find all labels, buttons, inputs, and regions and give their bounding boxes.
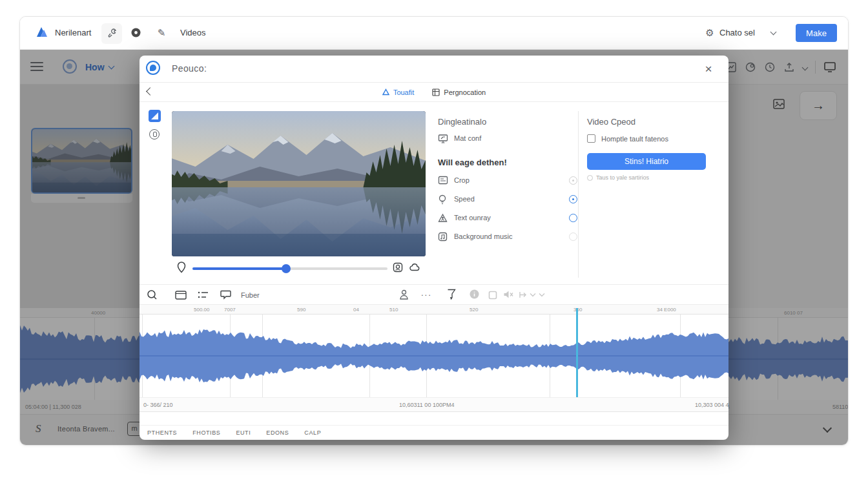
- status-text: 10,303 004 4: [695, 402, 728, 408]
- presentation-icon: [438, 134, 448, 144]
- option-crop[interactable]: Crop: [438, 176, 577, 187]
- wrench-icon[interactable]: [107, 27, 118, 39]
- tab-calp[interactable]: CALP: [304, 429, 321, 436]
- filter-label[interactable]: Fuber: [241, 291, 260, 299]
- crop-icon: [438, 176, 448, 185]
- note-icon: [587, 175, 593, 181]
- checkbox-label: Homptle tault fatenos: [601, 135, 668, 143]
- info-icon[interactable]: [470, 289, 479, 299]
- speed-panel-title: Video Cpeod: [587, 117, 636, 127]
- bulb-icon: [438, 194, 447, 205]
- nav-videos[interactable]: Videos: [180, 28, 206, 37]
- option-speed[interactable]: Speed: [438, 194, 577, 206]
- cloud-icon[interactable]: [409, 263, 420, 271]
- window-icon[interactable]: [175, 291, 187, 300]
- playhead[interactable]: [576, 308, 578, 397]
- option-state-toggle[interactable]: [569, 214, 577, 222]
- modal-header: Peouco: ×: [140, 56, 728, 83]
- status-text: 10,60311 00 100PM4: [399, 402, 454, 408]
- ruler-tick: 590: [297, 307, 305, 313]
- screen: Nerilenart ✎ Videos ⚙ Chato sel Make How: [0, 0, 868, 496]
- comment-icon[interactable]: [220, 290, 231, 300]
- option-state-toggle[interactable]: [569, 176, 577, 185]
- ruler-tick: 500.00: [194, 307, 209, 313]
- tab-edons[interactable]: EDONS: [266, 429, 289, 436]
- checkbox[interactable]: [587, 134, 595, 143]
- record-icon[interactable]: [131, 28, 143, 39]
- search-icon[interactable]: [147, 289, 158, 300]
- display-option[interactable]: Mat conf: [438, 134, 577, 145]
- ruler-tick: 7007: [224, 307, 236, 313]
- waveform-track[interactable]: [140, 315, 728, 397]
- account-chevron-icon[interactable]: [770, 29, 777, 36]
- speed-checkbox-row[interactable]: Homptle tault fatenos: [587, 134, 668, 143]
- triangle-icon: [382, 88, 389, 96]
- funnel-icon[interactable]: [447, 289, 456, 300]
- seek-slider[interactable]: [192, 267, 388, 270]
- close-icon[interactable]: ×: [700, 61, 717, 78]
- mute-speaker-icon[interactable]: [503, 290, 513, 299]
- section-title: Dingleatinalo: [438, 117, 486, 127]
- media-tool-icon[interactable]: [149, 110, 161, 122]
- ruler-tick: 520: [470, 307, 478, 313]
- modal-title-icon: [146, 61, 160, 75]
- video-preview[interactable]: [172, 111, 426, 256]
- modal-title: Peouco:: [172, 63, 207, 74]
- ruler-tick: 34 E000: [657, 307, 676, 313]
- slider-knob[interactable]: [282, 264, 291, 273]
- tab-touafit[interactable]: Touafit: [382, 88, 414, 96]
- more-options-icon[interactable]: ...: [421, 288, 432, 298]
- music-icon: [438, 232, 448, 242]
- option-state-toggle[interactable]: [569, 195, 577, 203]
- status-text: 0- 366/ 210: [143, 402, 173, 408]
- face-crop-icon[interactable]: [393, 262, 403, 273]
- gear-icon[interactable]: ⚙: [704, 27, 716, 39]
- modal-subheader: Touafit Pergnocation: [140, 83, 728, 102]
- account-label[interactable]: Chato sel: [719, 28, 755, 37]
- panel-divider: [578, 111, 579, 278]
- brand-name: Nerilenart: [55, 28, 91, 37]
- history-tool-icon[interactable]: [149, 129, 160, 140]
- pencil-icon[interactable]: ✎: [156, 27, 167, 39]
- skip-arrows-icon[interactable]: [519, 291, 545, 298]
- brand-logo-icon: [34, 25, 50, 40]
- tab-euti[interactable]: EUTI: [236, 429, 251, 436]
- option-text-overlay[interactable]: Text ounray: [438, 213, 577, 225]
- timeline-status-row: 0- 366/ 21010,60311 00 100PM410,303 004 …: [140, 397, 728, 412]
- list-icon[interactable]: [198, 291, 209, 299]
- make-button[interactable]: Make: [796, 24, 837, 42]
- slider-fill: [192, 267, 286, 270]
- tab-pthents[interactable]: PTHENTS: [147, 429, 177, 436]
- text-overlay-icon: [438, 213, 448, 223]
- timeline-ruler[interactable]: 500.0070075900451052030034 E000: [140, 305, 728, 315]
- asset-tabs: PTHENTS FHOTIBS EUTI EDONS CALP: [140, 425, 728, 440]
- option-state-toggle[interactable]: [569, 232, 577, 241]
- ruler-tick: 510: [389, 307, 398, 313]
- filter-toolbar: Fuber ...: [140, 284, 728, 305]
- grid-icon: [432, 88, 440, 96]
- option-background-music[interactable]: Background music: [438, 232, 577, 243]
- speed-note: Taus to yale sartirios: [587, 174, 649, 181]
- ruler-tick: 04: [353, 307, 359, 313]
- mountain-lake-scene: [172, 111, 426, 256]
- preview-controls: [172, 260, 426, 277]
- avatar-icon[interactable]: [399, 289, 409, 300]
- tab-fhotibs[interactable]: FHOTIBS: [192, 429, 220, 436]
- apply-speed-button[interactable]: Stins! Hiatrio: [587, 153, 706, 170]
- pin-icon[interactable]: [177, 262, 186, 273]
- top-bar: Nerilenart ✎ Videos ⚙ Chato sel Make: [20, 17, 848, 50]
- tab-pergnocation[interactable]: Pergnocation: [432, 88, 486, 96]
- frame-icon[interactable]: [488, 291, 497, 300]
- section-title: Will eage dethen!: [438, 158, 507, 167]
- preview-modal: Peouco: × Touafit Pergnocation: [140, 56, 728, 440]
